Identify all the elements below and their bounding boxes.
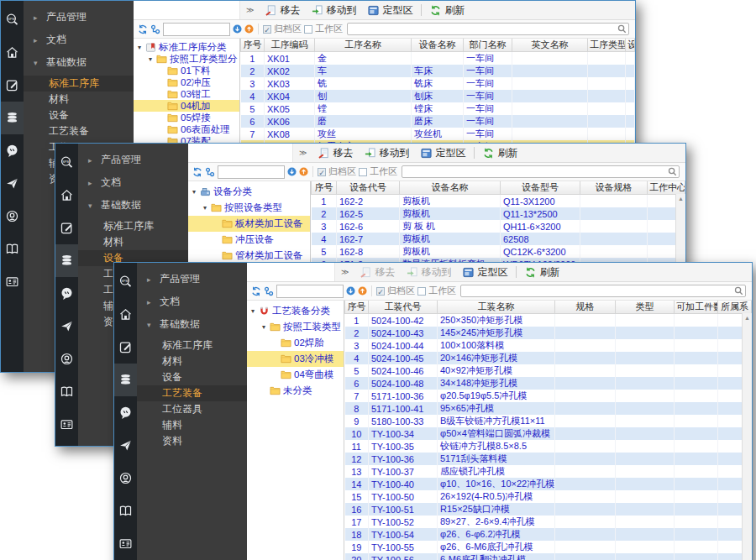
send-icon[interactable]	[55, 310, 78, 343]
book-icon[interactable]	[55, 375, 78, 408]
menu-section[interactable]: ▸产品管理	[78, 150, 188, 170]
database-icon[interactable]	[1, 102, 24, 134]
edit-icon[interactable]	[1, 69, 24, 102]
menu-item[interactable]: 材料	[24, 92, 134, 107]
menu-section[interactable]: ▸文档	[24, 30, 134, 50]
home-icon[interactable]	[1, 36, 24, 69]
book-icon[interactable]	[114, 495, 137, 527]
table-row[interactable]: 95180-100-33B级车铰链冲方孔模11×11	[345, 415, 752, 427]
work-zone-checkbox[interactable]: 工作区	[304, 23, 343, 35]
locate-next-button[interactable]	[346, 286, 355, 296]
home-icon[interactable]	[114, 298, 137, 331]
column-header[interactable]: 序号	[241, 39, 265, 52]
menu-section[interactable]: ▾基础数据	[78, 196, 188, 215]
menu-item[interactable]: 辅料	[137, 417, 247, 433]
table-row[interactable]: 55024-100-4640×92冲矩形孔模	[345, 364, 752, 377]
column-header[interactable]: 英文名称	[512, 39, 588, 52]
menu-item[interactable]: 标准工序库	[137, 338, 247, 353]
table-row[interactable]: 65024-100-4834×148冲矩形孔模	[345, 377, 752, 390]
table-row[interactable]: 35024-100-44100×100落料模	[345, 339, 752, 352]
column-header[interactable]: 工作中心	[648, 181, 685, 195]
refresh-button[interactable]: 刷新	[424, 1, 470, 19]
column-header[interactable]: 设备型号	[501, 181, 580, 195]
table-row[interactable]: 15TY-100-5026×192(4-R0.5)冲孔模	[345, 490, 752, 503]
column-header[interactable]: 设备名称	[412, 39, 464, 52]
column-header[interactable]: 部门名称	[464, 39, 512, 52]
edit-icon[interactable]	[114, 331, 137, 364]
fixed-zone-button[interactable]: 定型区	[415, 144, 471, 162]
table-row[interactable]: 16TY-100-51R15×25缺口冲模	[345, 503, 752, 516]
menu-item[interactable]: 工位器具	[137, 401, 247, 417]
tree-node[interactable]: 03冷冲模	[247, 351, 344, 367]
table-row[interactable]: 1XK01金一车间	[241, 52, 635, 65]
send-icon[interactable]	[1, 167, 24, 200]
tree-refresh-icon[interactable]	[251, 286, 261, 296]
idcard-icon[interactable]	[55, 408, 78, 441]
logo-magnifier-icon[interactable]: SPM	[114, 265, 137, 298]
column-header[interactable]: 可加工件数	[675, 301, 718, 314]
menu-section[interactable]: ▸产品管理	[24, 8, 134, 27]
work-zone-checkbox[interactable]: 工作区	[359, 165, 397, 178]
menu-section[interactable]: ▸产品管理	[137, 270, 247, 289]
menu-section[interactable]: ▾基础数据	[137, 315, 247, 334]
menu-item[interactable]: 标准工序库	[78, 218, 188, 234]
edit-icon[interactable]	[55, 212, 78, 244]
tree-filter-input[interactable]	[218, 165, 285, 179]
table-row[interactable]: 4XK04刨刨床一车间	[241, 90, 635, 102]
tree-refresh-icon[interactable]	[192, 167, 202, 177]
move-to-button[interactable]: 移动到	[401, 263, 457, 281]
column-header[interactable]: 工序编码	[265, 39, 315, 52]
book-icon[interactable]	[1, 233, 24, 265]
tree-node[interactable]: 03钳工	[134, 88, 239, 100]
idcard-icon[interactable]	[114, 527, 137, 560]
send-icon[interactable]	[114, 429, 137, 462]
broadcast-icon[interactable]	[1, 200, 24, 233]
broadcast-icon[interactable]	[114, 462, 137, 495]
tree-root[interactable]: ▾标准工序库分类	[134, 41, 239, 53]
column-header[interactable]: 工序类型	[588, 39, 626, 52]
table-row[interactable]: 17TY-100-5289×27、2-6×9.4冲孔模	[345, 516, 752, 528]
remove-button[interactable]: 移去	[312, 144, 359, 162]
collapse-toolbar-icon[interactable]: ≫	[335, 268, 354, 276]
logo-magnifier-icon[interactable]: SPM	[55, 146, 78, 179]
locate-prev-button[interactable]	[244, 24, 254, 34]
collapse-toolbar-icon[interactable]: ≫	[293, 149, 312, 157]
column-header[interactable]: 设备规格	[580, 181, 648, 195]
chat-icon[interactable]	[114, 396, 137, 429]
column-header[interactable]: 规格	[555, 301, 616, 314]
chat-icon[interactable]	[1, 134, 24, 167]
table-row[interactable]: 18TY-100-54φ26、6-φ6.2冲孔模	[345, 528, 752, 541]
table-row[interactable]: 85171-100-4195×65冲孔模	[345, 402, 752, 415]
table-row[interactable]: 75171-100-36φ20.5φ19φ5.5冲孔模	[345, 390, 752, 402]
column-header[interactable]: 工序名称	[315, 39, 412, 52]
table-row[interactable]: 5162-8剪板机QC12K-6*3200	[312, 245, 685, 258]
table-row[interactable]: 6XK06磨磨床一车间	[241, 115, 635, 128]
idcard-icon[interactable]	[1, 265, 24, 298]
tree-node[interactable]: 板材类加工设备	[188, 216, 310, 232]
tree-node[interactable]: 冲压设备	[188, 232, 310, 248]
table-row[interactable]: 1162-2剪板机Q11-3X1200	[312, 195, 685, 208]
table-row[interactable]: 14TY-100-40φ10、10×16、10×22冲孔模	[345, 478, 752, 490]
table-row[interactable]: 10TY-100-34φ50×4管料端口圆弧冲裁模	[345, 427, 752, 440]
fixed-zone-button[interactable]: 定型区	[457, 263, 513, 281]
tree-node[interactable]: 02焊胎	[247, 335, 344, 351]
refresh-button[interactable]: 刷新	[519, 263, 565, 281]
home-icon[interactable]	[55, 179, 78, 212]
tree-node[interactable]: 01下料	[134, 65, 239, 76]
table-search-input[interactable]	[347, 23, 629, 35]
tree-node[interactable]: 04弯曲模	[247, 367, 344, 383]
archive-zone-checkbox[interactable]: ✓归档区	[318, 165, 356, 178]
table-search-input[interactable]	[460, 285, 746, 297]
tree-node[interactable]: 02冲压	[134, 76, 239, 88]
locate-next-button[interactable]	[233, 24, 242, 34]
column-header[interactable]: 类型	[616, 301, 675, 314]
table-row[interactable]: 5XK05镗镗床一车间	[241, 102, 635, 115]
logo-magnifier-icon[interactable]: SPM	[1, 3, 24, 36]
table-row[interactable]: 15024-100-42250×350冲矩形孔模	[345, 314, 752, 327]
move-to-button[interactable]: 移动到	[306, 1, 362, 19]
table-row[interactable]: 2XK02车车床一车间	[241, 65, 635, 77]
table-row[interactable]: 3XK03铣铣床一车间	[241, 77, 635, 90]
database-icon[interactable]	[114, 364, 137, 396]
locate-prev-button[interactable]	[358, 286, 367, 296]
vertical-scrollbar[interactable]: ▲	[742, 313, 752, 560]
